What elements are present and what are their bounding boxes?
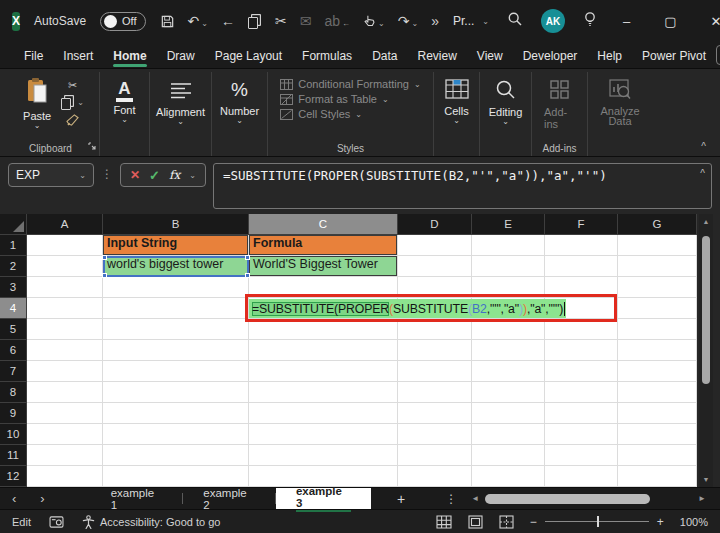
editing-button[interactable]: Editing ⌄: [483, 76, 529, 125]
row-header-11[interactable]: 11: [0, 445, 27, 466]
cell-F6[interactable]: [545, 340, 618, 361]
normal-view-icon[interactable]: [436, 515, 452, 529]
cell-C9[interactable]: [249, 403, 398, 424]
column-header-A[interactable]: A: [27, 214, 103, 235]
column-header-C[interactable]: C: [249, 214, 398, 235]
scroll-right-icon[interactable]: ►: [698, 494, 706, 503]
column-header-G[interactable]: G: [618, 214, 697, 235]
cell-D12[interactable]: [398, 466, 472, 487]
number-button[interactable]: % Number ⌄: [214, 76, 265, 124]
row-header-9[interactable]: 9: [0, 403, 27, 424]
zoom-in-button[interactable]: +: [657, 515, 664, 529]
cell-E1[interactable]: [472, 235, 545, 256]
menu-power-pivot[interactable]: Power Pivot: [632, 44, 716, 67]
save-icon[interactable]: [160, 14, 175, 29]
cell-A9[interactable]: [27, 403, 103, 424]
maximize-button[interactable]: ▢: [656, 14, 684, 29]
touch-mouse-mode-icon[interactable]: ⌄: [363, 14, 385, 28]
menu-data[interactable]: Data: [362, 44, 407, 67]
cell-B9[interactable]: [103, 403, 249, 424]
cell-E9[interactable]: [472, 403, 545, 424]
cell-A6[interactable]: [27, 340, 103, 361]
cell-G6[interactable]: [618, 340, 697, 361]
undo-icon[interactable]: ↶⌄: [188, 14, 208, 28]
cell-B6[interactable]: [103, 340, 249, 361]
horizontal-scrollbar[interactable]: ◄ ►: [471, 488, 720, 509]
cell-A7[interactable]: [27, 361, 103, 382]
cell-E2[interactable]: [472, 256, 545, 277]
column-header-B[interactable]: B: [103, 214, 249, 235]
cell-A4[interactable]: [27, 298, 103, 319]
cell-E8[interactable]: [472, 382, 545, 403]
scroll-left-icon[interactable]: ◄: [471, 494, 479, 503]
cell-C6[interactable]: [249, 340, 398, 361]
cut-icon[interactable]: ✂: [275, 14, 287, 28]
confirm-entry-icon[interactable]: ✓: [149, 168, 160, 183]
zoom-out-button[interactable]: −: [530, 515, 537, 529]
comments-button[interactable]: [716, 45, 720, 65]
cell-F12[interactable]: [545, 466, 618, 487]
row-header-6[interactable]: 6: [0, 340, 27, 361]
cell-C1[interactable]: Formula: [249, 235, 398, 256]
cell-F11[interactable]: [545, 445, 618, 466]
cell-A3[interactable]: [27, 277, 103, 298]
select-all-corner[interactable]: [0, 214, 27, 235]
v-scroll-thumb[interactable]: [702, 236, 710, 384]
menu-formulas[interactable]: Formulas: [292, 44, 362, 67]
prev-sheet-icon[interactable]: ‹: [0, 488, 28, 509]
cell-D5[interactable]: [398, 319, 472, 340]
cancel-entry-icon[interactable]: ✕: [130, 168, 140, 182]
cell-D6[interactable]: [398, 340, 472, 361]
cell-B12[interactable]: [103, 466, 249, 487]
cell-A11[interactable]: [27, 445, 103, 466]
cell-G7[interactable]: [618, 361, 697, 382]
cell-C7[interactable]: [249, 361, 398, 382]
cell-E7[interactable]: [472, 361, 545, 382]
cell-G2[interactable]: [618, 256, 697, 277]
row-header-10[interactable]: 10: [0, 424, 27, 445]
menu-view[interactable]: View: [467, 44, 513, 67]
alignment-button[interactable]: Alignment ⌄: [150, 76, 211, 125]
cell-D3[interactable]: [398, 277, 472, 298]
cell-G12[interactable]: [618, 466, 697, 487]
cell-G3[interactable]: [618, 277, 697, 298]
close-button[interactable]: ✕: [703, 14, 720, 29]
h-scroll-thumb[interactable]: [485, 494, 650, 504]
sheet-options-icon[interactable]: ⋮: [431, 488, 471, 509]
cell-E11[interactable]: [472, 445, 545, 466]
row-header-5[interactable]: 5: [0, 319, 27, 340]
cut-button[interactable]: ✂: [68, 80, 77, 91]
autosave-toggle[interactable]: Off: [100, 12, 145, 31]
column-header-D[interactable]: D: [398, 214, 472, 235]
menu-file[interactable]: File: [14, 44, 53, 67]
conditional-formatting-button[interactable]: Conditional Formatting⌄: [280, 78, 420, 90]
copy-button[interactable]: ⌄: [61, 95, 84, 110]
menu-home[interactable]: Home: [103, 44, 156, 67]
cell-styles-button[interactable]: Cell Styles⌄: [280, 108, 420, 120]
cell-E10[interactable]: [472, 424, 545, 445]
cell-D7[interactable]: [398, 361, 472, 382]
cell-C8[interactable]: [249, 382, 398, 403]
minimize-button[interactable]: –: [615, 14, 638, 29]
menu-draw[interactable]: Draw: [157, 44, 205, 67]
cell-C11[interactable]: [249, 445, 398, 466]
cell-A8[interactable]: [27, 382, 103, 403]
next-sheet-icon[interactable]: ›: [28, 488, 56, 509]
cell-B2[interactable]: world's biggest tower: [103, 256, 249, 277]
row-header-3[interactable]: 3: [0, 277, 27, 298]
format-painter-button[interactable]: [66, 114, 79, 126]
cell-E3[interactable]: [472, 277, 545, 298]
cell-A10[interactable]: [27, 424, 103, 445]
cell-C12[interactable]: [249, 466, 398, 487]
row-header-2[interactable]: 2: [0, 256, 27, 277]
lightbulb-icon[interactable]: [583, 11, 597, 31]
formula-input[interactable]: =SUBSTITUTE(PROPER(SUBSTITUTE(B2,"'","a"…: [213, 163, 712, 209]
column-header-E[interactable]: E: [472, 214, 545, 235]
cell-G8[interactable]: [618, 382, 697, 403]
document-title[interactable]: Pr...⌄: [453, 14, 489, 28]
formula-bar-handle[interactable]: ⋮: [101, 163, 113, 181]
row-header-7[interactable]: 7: [0, 361, 27, 382]
row-header-4[interactable]: 4: [0, 298, 27, 319]
font-button[interactable]: A Font ⌄: [107, 76, 141, 123]
zoom-slider-handle[interactable]: [597, 516, 599, 527]
